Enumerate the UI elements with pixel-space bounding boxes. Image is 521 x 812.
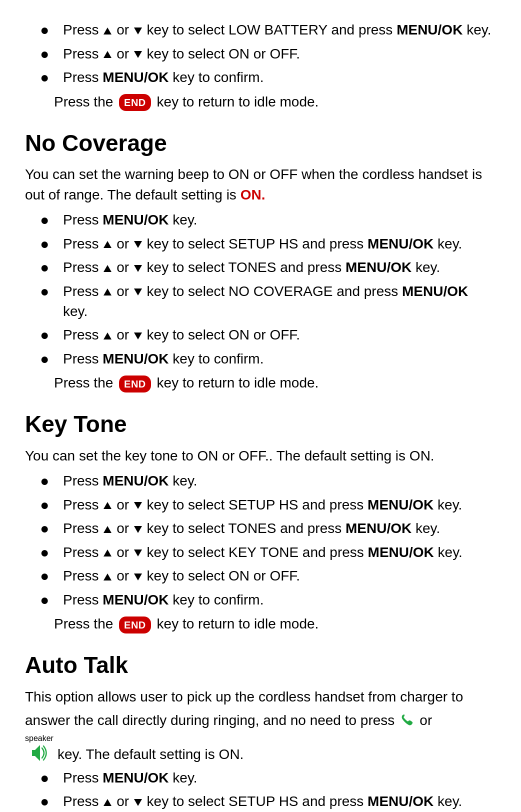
bullet-item: ● Press or key to select KEY TONE and pr… bbox=[25, 542, 496, 564]
auto-talk-intro-line2: answer the call directly during ringing,… bbox=[25, 710, 496, 731]
bullet-text: Press or key to select SETUP HS and pres… bbox=[63, 234, 496, 254]
bullet-dot: ● bbox=[40, 348, 54, 370]
bullet-item: ● Press MENU/OK key. bbox=[25, 768, 496, 789]
bullet-dot: ● bbox=[40, 66, 54, 88]
bullet-item: ● Press or key to select TONES and press… bbox=[25, 518, 496, 540]
bullet-item: ● Press or key to select LOW BATTERY and… bbox=[25, 20, 496, 41]
bullet-dot: ● bbox=[40, 518, 54, 540]
auto-talk-title: Auto Talk bbox=[25, 648, 496, 682]
auto-talk-speaker-row: speaker key. The default setting is ON. bbox=[25, 734, 496, 765]
bullet-text: Press or key to select TONES and press M… bbox=[63, 518, 496, 539]
press-end-line-key-tone: Press the END key to return to idle mode… bbox=[25, 614, 496, 634]
auto-talk-intro-text: answer the call directly during ringing,… bbox=[25, 710, 394, 731]
bullet-item: ● Press MENU/OK key. bbox=[25, 210, 496, 231]
section-top: ● Press or key to select LOW BATTERY and… bbox=[25, 20, 496, 112]
bullet-item: ● Press MENU/OK key to confirm. bbox=[25, 590, 496, 611]
end-button-icon: END bbox=[119, 94, 151, 111]
bullet-text: Press or key to select NO COVERAGE and p… bbox=[63, 282, 496, 322]
key-tone-intro: You can set the key tone to ON or OFF.. … bbox=[25, 446, 496, 466]
no-coverage-section: No Coverage You can set the warning beep… bbox=[25, 126, 496, 394]
key-tone-section: Key Tone You can set the key tone to ON … bbox=[25, 408, 496, 634]
bullet-item: ● Press or key to select SETUP HS and pr… bbox=[25, 234, 496, 255]
bullet-dot: ● bbox=[40, 209, 54, 231]
bullet-item: ● Press or key to select ON or OFF. bbox=[25, 44, 496, 65]
bullet-text: Press or key to select TONES and press M… bbox=[63, 258, 496, 278]
bullet-dot: ● bbox=[40, 324, 54, 346]
bullet-item: ● Press or key to select ON or OFF. bbox=[25, 325, 496, 346]
bullet-text: Press MENU/OK key. bbox=[63, 768, 496, 788]
bullet-dot: ● bbox=[40, 43, 54, 65]
bullet-item: ● Press or key to select TONES and press… bbox=[25, 258, 496, 278]
auto-talk-section: Auto Talk This option allows user to pic… bbox=[25, 648, 496, 812]
bullet-dot: ● bbox=[40, 494, 54, 516]
bullet-dot: ● bbox=[40, 233, 54, 255]
phone-icon bbox=[398, 712, 416, 730]
auto-talk-or-text: or bbox=[420, 710, 432, 731]
bullet-dot: ● bbox=[40, 767, 54, 789]
bullet-text: Press MENU/OK key. bbox=[63, 210, 496, 230]
bullet-text: Press MENU/OK key. bbox=[63, 471, 496, 492]
bullet-text: Press or key to select ON or OFF. bbox=[63, 566, 496, 586]
bullet-item: ● Press or key to select ON or OFF. bbox=[25, 566, 496, 587]
bullet-dot: ● bbox=[40, 470, 54, 492]
bullet-dot: ● bbox=[40, 565, 54, 587]
end-button-icon: END bbox=[119, 376, 151, 392]
speaker-icon bbox=[28, 743, 50, 763]
bullet-text: Press or key to select LOW BATTERY and p… bbox=[63, 20, 496, 40]
bullet-text: Press or key to select KEY TONE and pres… bbox=[63, 542, 496, 563]
bullet-text: Press or key to select ON or OFF. bbox=[63, 325, 496, 346]
auto-talk-intro-line1: This option allows user to pick up the c… bbox=[25, 687, 496, 708]
bullet-item: ● Press MENU/OK key. bbox=[25, 471, 496, 492]
auto-talk-key-text: key. The default setting is ON. bbox=[58, 744, 244, 765]
bullet-item: ● Press MENU/OK key to confirm. bbox=[25, 68, 496, 88]
press-end-text: Press the END key to return to idle mode… bbox=[54, 614, 318, 634]
bullet-dot: ● bbox=[40, 256, 54, 278]
speaker-container: speaker bbox=[25, 734, 54, 763]
no-coverage-intro: You can set the warning beep to ON or OF… bbox=[25, 164, 496, 205]
bullet-text: Press or key to select ON or OFF. bbox=[63, 44, 496, 64]
press-end-text: Press the END key to return to idle mode… bbox=[54, 92, 318, 112]
speaker-label: speaker bbox=[25, 734, 54, 743]
bullet-item: ● Press or key to select SETUP HS and pr… bbox=[25, 792, 496, 812]
press-end-line-no-coverage: Press the END key to return to idle mode… bbox=[25, 372, 496, 394]
bullet-text: Press or key to select SETUP HS and pres… bbox=[63, 792, 496, 812]
bullet-dot: ● bbox=[40, 790, 54, 812]
key-tone-title: Key Tone bbox=[25, 408, 496, 441]
press-end-line: Press the END key to return to idle mode… bbox=[25, 92, 496, 112]
bullet-text: Press or key to select SETUP HS and pres… bbox=[63, 495, 496, 516]
bullet-item: ● Press or key to select SETUP HS and pr… bbox=[25, 495, 496, 516]
press-end-text: Press the END key to return to idle mode… bbox=[54, 372, 318, 394]
bullet-item: ● Press or key to select NO COVERAGE and… bbox=[25, 282, 496, 322]
bullet-text: Press MENU/OK key to confirm. bbox=[63, 349, 496, 370]
bullet-dot: ● bbox=[40, 280, 54, 302]
bullet-dot: ● bbox=[40, 19, 54, 41]
no-coverage-title: No Coverage bbox=[25, 126, 496, 160]
bullet-dot: ● bbox=[40, 589, 54, 611]
end-button-icon: END bbox=[119, 616, 151, 634]
bullet-dot: ● bbox=[40, 542, 54, 564]
bullet-item: ● Press MENU/OK key to confirm. bbox=[25, 349, 496, 370]
bullet-text: Press MENU/OK key to confirm. bbox=[63, 590, 496, 610]
bullet-text: Press MENU/OK key to confirm. bbox=[63, 68, 496, 88]
